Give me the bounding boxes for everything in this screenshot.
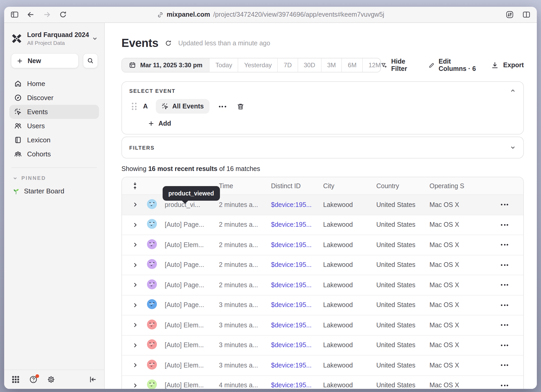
row-expand-icon[interactable]: [132, 222, 138, 228]
export-button[interactable]: Export: [491, 61, 524, 69]
event-name[interactable]: [Auto] Elem...: [165, 382, 219, 389]
collapse-sidebar-icon[interactable]: [89, 375, 97, 384]
forward-button[interactable]: [43, 10, 51, 19]
date-picker-button[interactable]: Mar 11, 2025 3:30 pm: [122, 58, 209, 72]
pinned-section-header[interactable]: PINNED: [13, 175, 97, 181]
drag-handle[interactable]: [132, 103, 136, 110]
range-6m[interactable]: 6M: [342, 58, 362, 72]
col-city[interactable]: City: [323, 182, 376, 189]
back-button[interactable]: [27, 10, 35, 19]
distinct-id-link[interactable]: $device:195...: [271, 322, 312, 329]
col-country[interactable]: Country: [376, 182, 429, 189]
table-row[interactable]: [Auto] Elem... 3 minutes a... $device:19…: [122, 315, 523, 335]
search-button[interactable]: [83, 53, 98, 68]
trash-icon[interactable]: [237, 102, 244, 110]
row-actions-button[interactable]: [501, 264, 508, 266]
sidebar-item-discover[interactable]: Discover: [9, 91, 99, 105]
project-switcher[interactable]: Lord Farquaad 2024 All Project Data: [4, 23, 104, 49]
event-name[interactable]: product_vi...: [165, 201, 219, 209]
distinct-id-link[interactable]: $device:195...: [271, 241, 312, 249]
sidebar-item-cohorts[interactable]: Cohorts: [9, 147, 99, 161]
more-options-button[interactable]: [219, 106, 226, 107]
row-actions-button[interactable]: [501, 324, 508, 326]
range-12m[interactable]: 12M: [362, 58, 381, 72]
distinct-id-link[interactable]: $device:195...: [271, 261, 312, 269]
row-expand-icon[interactable]: [132, 282, 138, 288]
help-icon[interactable]: [29, 375, 38, 384]
row-actions-button[interactable]: [501, 365, 508, 366]
browser-settings-icon[interactable]: [506, 10, 514, 19]
distinct-id-link[interactable]: $device:195...: [271, 362, 312, 369]
col-os[interactable]: Operating S: [429, 182, 490, 189]
event-name[interactable]: [Auto] Elem...: [165, 362, 219, 369]
sidebar-item-lexicon[interactable]: Lexicon: [9, 133, 99, 147]
event-time: 3 minutes a...: [219, 302, 271, 309]
sidebar-item-starter-board[interactable]: Starter Board: [13, 187, 97, 195]
row-actions-button[interactable]: [501, 284, 508, 286]
distinct-id-link[interactable]: $device:195...: [271, 221, 312, 229]
event-name[interactable]: [Auto] Elem...: [165, 322, 219, 329]
chevron-down-icon[interactable]: [510, 144, 516, 151]
range-3m[interactable]: 3M: [321, 58, 342, 72]
filter-funnel-icon: [381, 61, 387, 69]
hide-filter-button[interactable]: Hide Filter: [381, 58, 416, 72]
distinct-id-link[interactable]: $device:195...: [271, 201, 312, 209]
range-yesterday[interactable]: Yesterday: [238, 58, 278, 72]
row-expand-icon[interactable]: [132, 322, 138, 328]
collapse-rows-icon[interactable]: [126, 182, 144, 190]
row-expand-icon[interactable]: [132, 262, 138, 268]
table-row[interactable]: [Auto] Page... 2 minutes a... $device:19…: [122, 275, 523, 295]
sidebar-item-events[interactable]: Events: [9, 105, 99, 119]
row-expand-icon[interactable]: [132, 242, 138, 248]
row-actions-button[interactable]: [501, 224, 508, 226]
event-time: 4 minutes a...: [219, 382, 271, 389]
event-selector-chip[interactable]: All Events: [156, 99, 210, 114]
event-name[interactable]: [Auto] Page...: [165, 281, 219, 289]
table-row[interactable]: [Auto] Page... 3 minutes a... $device:19…: [122, 295, 523, 315]
new-button[interactable]: New: [11, 53, 79, 68]
sidebar-item-users[interactable]: Users: [9, 119, 99, 133]
table-row[interactable]: [Auto] Elem... 3 minutes a... $device:19…: [122, 335, 523, 356]
table-row[interactable]: [Auto] Page... 2 minutes a... $device:19…: [122, 215, 523, 235]
event-name[interactable]: [Auto] Elem...: [165, 241, 219, 249]
row-actions-button[interactable]: [501, 244, 508, 246]
row-actions-button[interactable]: [501, 345, 508, 346]
refresh-icon[interactable]: [165, 40, 172, 47]
split-view-icon[interactable]: [522, 10, 531, 19]
row-actions-button[interactable]: [501, 204, 508, 206]
col-time[interactable]: Time: [219, 182, 271, 189]
col-distinct-id[interactable]: Distinct ID: [271, 182, 323, 189]
sidebar-toggle-icon[interactable]: [10, 10, 19, 19]
row-expand-icon[interactable]: [132, 302, 138, 308]
row-actions-button[interactable]: [501, 304, 508, 306]
range-today[interactable]: Today: [209, 58, 238, 72]
row-expand-icon[interactable]: [132, 202, 138, 208]
chevron-up-icon[interactable]: [510, 88, 516, 94]
row-expand-icon[interactable]: [132, 363, 138, 368]
table-row[interactable]: [Auto] Page... 2 minutes a... $device:19…: [122, 255, 523, 275]
distinct-id-link[interactable]: $device:195...: [271, 382, 312, 389]
event-name[interactable]: [Auto] Elem...: [165, 342, 219, 349]
table-row[interactable]: [Auto] Elem... 2 minutes a... $device:19…: [122, 235, 523, 255]
distinct-id-link[interactable]: $device:195...: [271, 342, 312, 349]
edit-columns-button[interactable]: Edit Columns · 6: [428, 58, 479, 72]
range-7d[interactable]: 7D: [278, 58, 298, 72]
row-expand-icon[interactable]: [132, 383, 138, 388]
add-event-button[interactable]: Add: [148, 120, 516, 127]
range-30d[interactable]: 30D: [297, 58, 321, 72]
gear-icon[interactable]: [47, 375, 55, 384]
table-row[interactable]: [Auto] Elem... 3 minutes a... $device:19…: [122, 356, 523, 376]
row-actions-button[interactable]: [501, 385, 508, 386]
event-name[interactable]: [Auto] Page...: [165, 221, 219, 229]
distinct-id-link[interactable]: $device:195...: [271, 281, 312, 289]
event-name[interactable]: [Auto] Page...: [165, 302, 219, 309]
sidebar-item-home[interactable]: Home: [9, 77, 99, 91]
event-name[interactable]: [Auto] Page...: [165, 261, 219, 269]
book-icon: [14, 136, 22, 144]
table-row[interactable]: [Auto] Elem... 4 minutes a... $device:19…: [122, 376, 523, 389]
address-bar[interactable]: mixpanel.com/project/3472420/view/397469…: [4, 11, 537, 18]
apps-grid-icon[interactable]: [11, 375, 20, 384]
distinct-id-link[interactable]: $device:195...: [271, 302, 312, 309]
row-expand-icon[interactable]: [132, 342, 138, 348]
reload-button[interactable]: [59, 10, 67, 19]
